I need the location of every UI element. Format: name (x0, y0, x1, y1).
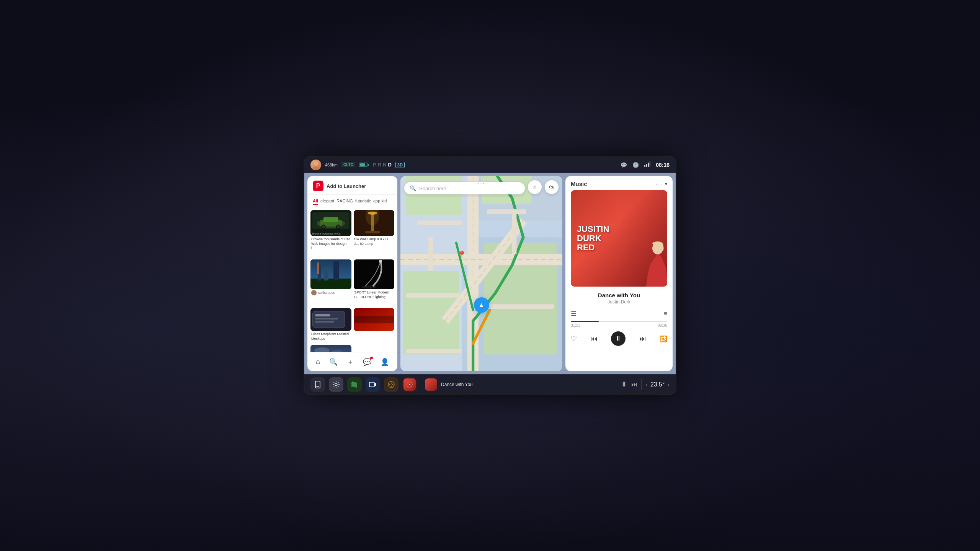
tag-elegant[interactable]: elegant (320, 198, 334, 205)
map-panel: ··· 🔍 Search here ⌂ 🛍 📍 ▲ (400, 176, 562, 371)
dock-pause-icon[interactable]: ⏸ (621, 380, 627, 388)
map-body (400, 176, 562, 371)
pinterest-panel: P Add to Launcher All elegant RACING fut… (307, 176, 397, 371)
svg-point-70 (388, 381, 394, 388)
chat-icon: 💬 (621, 162, 627, 168)
dock-app-video[interactable] (366, 377, 380, 392)
album-line1: JUSITIN (577, 225, 609, 234)
status-bar: 468km CLTC P R N D 3D 💬 🕐 08:16 (304, 157, 676, 173)
svg-rect-67 (316, 386, 319, 387)
next-track-icon[interactable]: ⏭ (639, 335, 646, 343)
search-icon: 🔍 (410, 185, 416, 191)
dock-next-icon[interactable]: ⏭ (631, 381, 637, 388)
svg-rect-20 (365, 231, 380, 233)
dock-divider-2 (641, 379, 642, 390)
album-line3: RED (577, 243, 609, 252)
svg-rect-23 (310, 259, 351, 279)
status-right: 💬 🕐 08:16 (621, 161, 670, 168)
gear-N: N (383, 162, 386, 168)
nav-profile-icon[interactable]: 👤 (381, 358, 389, 366)
pause-button[interactable]: ⏸ (611, 331, 626, 346)
list-item[interactable] (310, 345, 351, 352)
music-header: Music ··· ▾ (565, 176, 673, 190)
nav-search-icon[interactable]: 🔍 (329, 358, 338, 366)
list-item[interactable]: SPORT Linear Modern C... ULURU Lighting … (354, 259, 395, 306)
progress-times: 01:53 06:36 (571, 323, 667, 328)
svg-point-71 (389, 384, 390, 385)
gear-P: P (373, 162, 376, 168)
main-content: P Add to Launcher All elegant RACING fut… (304, 173, 676, 374)
tag-futuristic[interactable]: futuristic (355, 198, 371, 205)
dock-temp-left-arrow[interactable]: ‹ (645, 381, 647, 388)
map-search-bar[interactable]: 🔍 Search here (404, 182, 525, 194)
3d-badge: 3D (395, 162, 405, 168)
dock-app-settings[interactable] (329, 377, 343, 392)
svg-rect-34 (315, 314, 330, 316)
pinterest-tags: All elegant RACING futuristic app kid (307, 195, 397, 208)
tag-all[interactable]: All (313, 198, 318, 205)
svg-rect-10 (323, 217, 338, 223)
nav-message-icon[interactable]: 💬 (363, 358, 371, 366)
message-badge (370, 357, 373, 359)
prev-track-icon[interactable]: ⏮ (591, 335, 598, 343)
dock-temp-right-arrow[interactable]: › (668, 381, 670, 388)
heart-icon[interactable]: ♡ (571, 334, 577, 343)
dock-temp-section: ‹ 23.5° › (645, 381, 670, 388)
music-chevron-down[interactable]: ▾ (665, 181, 667, 187)
bag-btn[interactable]: 🛍 (545, 180, 559, 194)
pin-label-sport: SPORT Linear Modern C... ULURU Lighting (354, 289, 395, 300)
signal-icon (644, 161, 650, 168)
list-item[interactable]: RA Wall Lamp 9.8 x H 2... IO Lamp ··· (354, 210, 395, 257)
dock-app-games[interactable] (384, 377, 399, 392)
nav-add-icon[interactable]: ＋ (347, 357, 354, 367)
list-item[interactable]: Browse thousands of Car Browse thousands… (310, 210, 351, 257)
list-item[interactable]: scifiscapes ··· (310, 259, 351, 306)
tag-appkid[interactable]: app kid (373, 198, 387, 205)
music-more-dots[interactable]: ··· (656, 181, 663, 187)
home-btn[interactable]: ⌂ (528, 180, 542, 194)
pin-label-glass: Glass Morphism Frosted Mockups (310, 331, 351, 342)
svg-rect-36 (315, 321, 334, 323)
list-item[interactable]: Glass Morphism Frosted Mockups (310, 308, 351, 342)
svg-rect-63 (428, 237, 433, 271)
pinterest-header: P Add to Launcher (307, 176, 397, 195)
dock-app-music[interactable] (402, 377, 417, 392)
svg-point-31 (361, 285, 377, 289)
song-title: Dance with You (571, 292, 667, 298)
dock-song-text: Dance with You (441, 382, 473, 387)
music-song-info: Dance with You Justin Durk (565, 290, 673, 308)
cltc-badge: CLTC (341, 162, 355, 167)
dock-app-maps[interactable] (347, 377, 362, 392)
repeat-icon[interactable]: 🔁 (660, 335, 667, 342)
distance-display: 468km (325, 163, 338, 167)
list-item[interactable] (354, 308, 395, 342)
map-more-dots[interactable]: ··· (478, 180, 485, 186)
progress-bar[interactable] (571, 321, 667, 322)
car-screen: 468km CLTC P R N D 3D 💬 🕐 08:16 (304, 157, 676, 394)
lyrics-icon[interactable]: ≡ (664, 310, 667, 317)
album-line2: DURK (577, 234, 609, 243)
pinterest-grid: Browse thousands of Car Browse thousands… (307, 208, 397, 352)
dock-now-playing: Dance with You (425, 378, 617, 391)
dock-album-thumb (425, 378, 437, 391)
clock-display: 08:16 (656, 162, 670, 168)
svg-point-0 (314, 161, 318, 166)
svg-rect-28 (317, 262, 319, 274)
tag-racing[interactable]: RACING (336, 198, 353, 205)
svg-rect-27 (333, 261, 339, 280)
svg-rect-60 (406, 293, 459, 298)
nav-home-icon[interactable]: ⌂ (316, 358, 320, 366)
queue-icon[interactable]: ☰ (571, 310, 576, 317)
svg-point-30 (379, 260, 382, 263)
svg-point-68 (335, 383, 337, 386)
music-playback: ♡ ⏮ ⏸ ⏭ 🔁 (565, 329, 673, 350)
svg-rect-5 (650, 161, 651, 167)
album-art: JUSITIN DURK RED (571, 190, 667, 287)
dock-app-phone[interactable] (310, 377, 325, 392)
song-artist: Justin Durk (571, 299, 667, 305)
svg-rect-3 (646, 164, 647, 167)
gear-D: D (388, 162, 391, 168)
svg-rect-61 (487, 304, 554, 309)
album-art-text: JUSITIN DURK RED (577, 225, 609, 253)
svg-rect-38 (354, 316, 395, 323)
